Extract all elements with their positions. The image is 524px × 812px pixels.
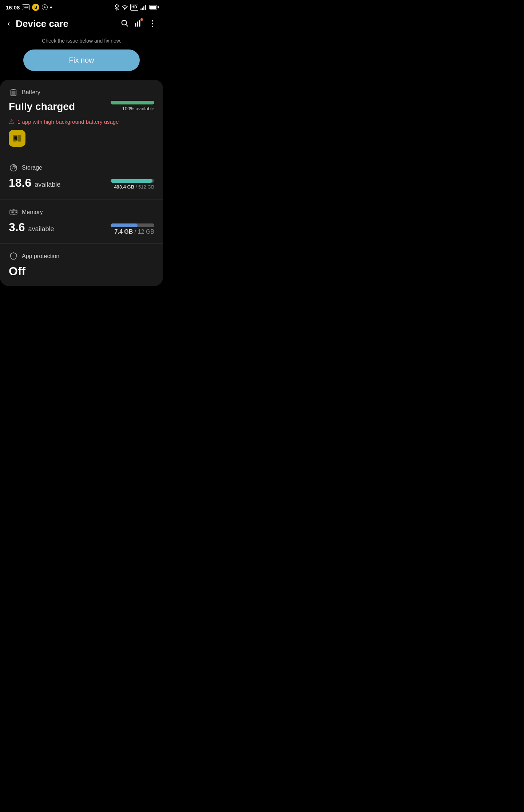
svg-marker-1 [44,6,46,8]
svg-rect-7 [145,5,146,10]
memory-detail: 7.4 GB / 12 GB [115,229,154,235]
back-button[interactable]: ‹ [6,17,11,30]
storage-progress-fill [111,179,152,183]
svg-rect-25 [15,211,16,213]
app-protection-card-header: App protection [9,251,154,261]
storage-card-icon [9,163,18,173]
wifi-icon [122,5,128,10]
fix-now-area: Check the issue below and fix now. Fix n… [0,34,163,80]
media-icon [41,4,48,11]
hd-badge: HD [130,4,138,10]
obd-icon: OBD [22,4,30,10]
storage-progress-bar [111,179,154,183]
battery-card-header: Battery [9,88,154,97]
svg-rect-14 [12,89,15,90]
memory-card-icon [9,207,18,217]
status-time: 16:08 [6,4,20,11]
svg-rect-11 [137,21,138,27]
svg-rect-22 [11,211,12,213]
dot-indicator [50,7,52,8]
high-usage-app-icon: 圖 [9,130,25,147]
svg-point-20 [12,166,15,169]
signal-icon [140,5,147,10]
battery-fill [150,6,156,9]
storage-available: 18.6 available [9,176,60,190]
svg-rect-24 [13,211,14,213]
warning-icon: ⚠ [9,118,15,126]
svg-line-9 [126,24,128,26]
page-title: Device care [16,18,116,29]
app-protection-label: App protection [22,253,59,260]
notification-dot [140,18,143,21]
svg-rect-6 [143,6,144,10]
battery-card-icon [9,88,18,97]
stats-button[interactable] [134,19,142,29]
app-protection-card-icon [9,251,18,261]
memory-card[interactable]: Memory 3.6 available 7.4 GB / 12 GB [0,199,163,243]
battery-card[interactable]: Battery Fully charged 100% available ⚠ 1… [0,80,163,155]
device-care-cards: Battery Fully charged 100% available ⚠ 1… [0,80,163,286]
page-header: ‹ Device care ⋮ [0,13,163,34]
battery-status-text: Fully charged [9,101,75,112]
storage-available-value: 18.6 available [9,176,60,189]
header-actions: ⋮ [120,19,157,29]
binance-icon: B [32,4,39,11]
memory-progress-bar [111,223,154,227]
battery-available-text: 100% available [122,106,154,111]
svg-rect-10 [135,23,136,26]
status-bar: 16:08 OBD B HD [0,0,163,13]
memory-main-info: 3.6 available 7.4 GB / 12 GB [9,221,154,235]
memory-right-info: 7.4 GB / 12 GB [111,223,154,235]
storage-card[interactable]: Storage 18.6 available 493.4 GB / 512 GB [0,155,163,199]
svg-rect-17 [17,135,21,141]
battery-warning-text: 1 app with high background battery usage [17,119,119,125]
storage-right-info: 493.4 GB / 512 GB [111,179,154,190]
storage-main-info: 18.6 available 493.4 GB / 512 GB [9,176,154,190]
svg-rect-12 [139,20,140,26]
status-bar-right: HD [114,4,157,11]
svg-text:圖: 圖 [13,136,17,140]
battery-warning: ⚠ 1 app with high background battery usa… [9,118,154,126]
svg-rect-5 [142,8,143,10]
app-protection-status: Off [9,265,154,278]
svg-rect-26 [16,211,17,213]
fix-now-subtitle: Check the issue below and fix now. [7,38,156,44]
memory-card-header: Memory [9,207,154,217]
memory-label: Memory [22,209,43,215]
battery-label: Battery [22,89,40,96]
svg-rect-23 [12,211,13,213]
battery-status-icon [149,5,157,9]
battery-main-info: Fully charged 100% available [9,101,154,112]
memory-available-value: 3.6 available [9,221,54,234]
battery-progress-bar [111,101,154,104]
status-bar-left: 16:08 OBD B [6,4,52,11]
battery-progress-fill [111,101,154,104]
svg-rect-4 [140,9,142,10]
storage-detail: 493.4 GB / 512 GB [114,184,154,190]
storage-label: Storage [22,165,42,171]
memory-progress-fill [111,223,138,227]
svg-point-8 [122,20,127,25]
bluetooth-icon [114,4,119,11]
search-button[interactable] [120,19,128,29]
svg-rect-15 [12,91,16,95]
app-protection-card[interactable]: App protection Off [0,243,163,286]
svg-point-3 [124,9,125,10]
battery-right-info: 100% available [111,101,154,111]
memory-left: 3.6 available [9,221,54,234]
storage-card-header: Storage [9,163,154,173]
fix-now-button[interactable]: Fix now [23,49,140,71]
svg-line-2 [115,8,117,9]
more-options-button[interactable]: ⋮ [148,19,157,29]
battery-status: Fully charged [9,101,75,112]
